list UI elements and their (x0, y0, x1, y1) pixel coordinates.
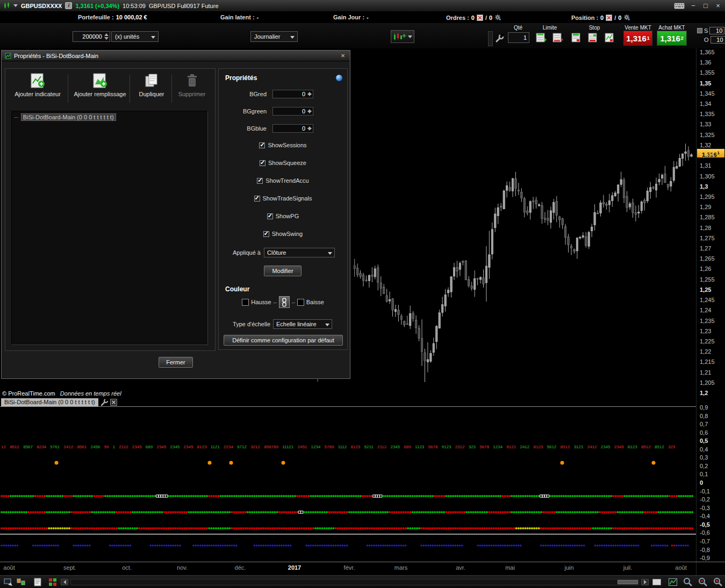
bgred-down-icon[interactable] (307, 94, 312, 96)
quantity-down-icon[interactable] (104, 37, 109, 40)
link-dash: – (292, 299, 295, 305)
indicator-close-icon[interactable] (110, 399, 117, 406)
showswing-checkbox[interactable] (263, 231, 269, 237)
price-axis[interactable]: 1,3161 1,3651,361,3551,351,3451,341,3351… (696, 48, 725, 575)
price-axis-label: 1,325 (700, 132, 715, 138)
position-settings-gear-icon[interactable] (623, 14, 630, 21)
copyright-line: © ProRealTime.com Données en temps réel (2, 390, 121, 398)
indicator-number: 8123 (534, 444, 543, 450)
stop-setting-input[interactable]: 10 (709, 27, 724, 34)
fit-chart-icon[interactable] (667, 577, 678, 587)
zoom-out-icon[interactable] (698, 577, 708, 587)
indicator-wrench-icon[interactable] (101, 399, 108, 406)
gain-latent-value: - (257, 14, 259, 20)
add-fill-button[interactable]: Ajouter remplissage (71, 73, 128, 106)
symbol-name[interactable]: GBPUSDXXXX (21, 3, 62, 9)
detach-chart-icon[interactable] (3, 577, 14, 587)
dialog-close-icon[interactable]: × (339, 52, 347, 60)
symbol-dropdown-caret[interactable] (13, 4, 18, 7)
default-config-button[interactable]: Définir comme configuration par défaut (224, 335, 343, 346)
price-axis-label: -0,7 (700, 538, 710, 544)
modifier-button[interactable]: Modifier (264, 266, 302, 276)
price-axis-label: 1,265 (700, 255, 715, 262)
stop-setting-icon[interactable] (697, 28, 702, 33)
order-qty-input[interactable]: 1 (508, 32, 529, 43)
info-icon[interactable]: i (65, 2, 72, 9)
price-axis-label: 1,36 (700, 59, 711, 66)
scroll-thumb[interactable] (618, 580, 638, 584)
zoom-in-icon[interactable] (713, 577, 723, 587)
order-settings-wrench-icon[interactable] (495, 34, 504, 43)
indicator-number: 689 (146, 444, 153, 450)
dialog-titlebar[interactable]: Propriétés - BiSi-DotBoard-Main × (2, 51, 350, 61)
stop-trailing-icon[interactable] (605, 31, 616, 44)
quantity-stepper[interactable]: 200000 (73, 31, 110, 42)
units-select[interactable]: (x) unités (111, 31, 159, 42)
close-icon[interactable]: × (714, 2, 722, 9)
cancel-orders-icon[interactable] (477, 15, 483, 21)
compare-charts-icon[interactable] (16, 577, 27, 587)
objective-setting-input[interactable]: 10 (710, 36, 725, 44)
quantity-up-icon[interactable] (104, 33, 109, 36)
baisse-color-swatch[interactable] (297, 299, 304, 306)
bggreen-label: BGgreen (223, 108, 267, 114)
link-colors-button[interactable] (279, 296, 290, 308)
indicator-number: 323 (668, 444, 675, 450)
echelle-select[interactable]: Echelle linéaire (273, 319, 332, 329)
limit-column-header: Limite (534, 25, 565, 31)
duplicate-button[interactable]: Dupliquer (133, 73, 170, 106)
heatmap-grid-icon[interactable] (47, 577, 58, 587)
showsessions-checkbox[interactable] (259, 142, 265, 148)
color-orb-icon[interactable] (336, 75, 342, 81)
buy-market-button[interactable]: 1,3162 (657, 31, 687, 46)
hausse-color-swatch[interactable] (242, 299, 249, 306)
gain-jour-label: Gain Jour : (333, 14, 364, 20)
close-position-icon[interactable] (606, 15, 612, 21)
notes-icon[interactable] (32, 577, 43, 587)
sell-market-button[interactable]: 1,3161 (623, 31, 652, 46)
bggreen-down-icon[interactable] (307, 111, 312, 113)
tree-item-label[interactable]: BiSi-DotBoard-Main (0 0 0 t t t t t t) (21, 113, 116, 121)
chart-type-button[interactable] (391, 30, 414, 43)
tree-item[interactable]: BiSi-DotBoard-Main (0 0 0 t t t t t t) (14, 114, 116, 120)
showtradesignals-checkbox[interactable] (254, 196, 260, 202)
indicator-canvas[interactable]: 1285128567823457612412856124569912112234… (0, 407, 696, 562)
fermer-button[interactable]: Fermer (159, 357, 193, 368)
indicator-number: 2234 (224, 444, 233, 450)
timeframe-select[interactable]: Journalier (250, 31, 298, 42)
indicator-tree[interactable]: BiSi-DotBoard-Main (0 0 0 t t t t t t) (11, 111, 208, 345)
minimize-icon[interactable]: − (690, 2, 697, 9)
applique-select[interactable]: Clôture (264, 248, 335, 257)
indicator-number: 6712 (237, 444, 247, 450)
indicator-title[interactable]: BiSi-DotBoard-Main (0 0 0 t t t t t t) (1, 398, 98, 406)
scroll-right-button[interactable] (641, 579, 649, 585)
bgred-input[interactable]: 0 (272, 90, 313, 98)
limit-buy-icon[interactable] (536, 31, 547, 44)
add-fill-label: Ajouter remplissage (74, 91, 126, 97)
price-axis-label: 1,2 (700, 390, 708, 396)
showpg-checkbox[interactable] (267, 213, 273, 219)
x-axis[interactable]: aoûtsept.oct.nov.déc.2017févr.marsavr.ma… (0, 562, 696, 575)
scroll-page-box[interactable] (652, 579, 661, 585)
chart-toolbar: 200000 (x) unités Journalier Qté 1 Limit… (0, 24, 725, 48)
order-panel-collapse-handle[interactable] (488, 31, 493, 46)
bggreen-input[interactable]: 0 (272, 107, 313, 116)
keyboard-icon[interactable] (674, 3, 685, 9)
bgblue-down-icon[interactable] (307, 128, 312, 131)
limit-sell-icon[interactable] (552, 31, 564, 44)
showtrendaccu-checkbox[interactable] (257, 178, 263, 184)
scroll-left-button[interactable] (61, 579, 68, 585)
orders-settings-gear-icon[interactable] (494, 14, 501, 21)
delete-button[interactable]: Supprimer (174, 73, 210, 106)
scroll-track[interactable] (70, 579, 639, 585)
bgblue-input[interactable]: 0 (272, 124, 313, 133)
stop-sell-icon[interactable] (588, 31, 599, 44)
stop-buy-icon[interactable] (571, 31, 583, 44)
add-indicator-button[interactable]: Ajouter indicateur (9, 73, 66, 106)
x-axis-label: mai (505, 564, 515, 571)
showsqueeze-checkbox[interactable] (260, 160, 265, 166)
zoom-select-icon[interactable] (683, 577, 693, 587)
delete-label: Supprimer (178, 91, 206, 97)
maximize-icon[interactable]: □ (702, 2, 709, 9)
price-axis-label: 1,355 (700, 69, 715, 76)
